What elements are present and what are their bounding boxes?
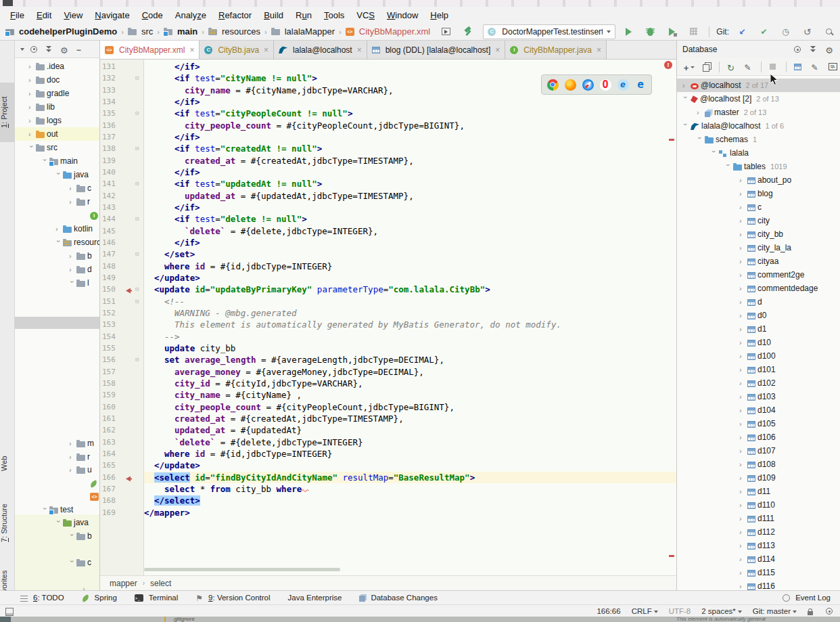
chevron-collapsed-icon[interactable]: ›: [28, 73, 36, 87]
chevron-expanded-icon[interactable]: ›: [679, 123, 693, 131]
menu-tools[interactable]: Tools: [318, 9, 350, 22]
chevron-collapsed-icon[interactable]: ›: [69, 437, 76, 450]
project-tree-item[interactable]: ›r: [15, 450, 100, 464]
chevron-collapsed-icon[interactable]: ›: [739, 417, 747, 430]
toolwindow-toggle-icon[interactable]: [5, 608, 14, 616]
table-row[interactable]: ›d11: [677, 485, 840, 498]
search-everywhere-button[interactable]: [822, 24, 837, 39]
menu-code[interactable]: Code: [136, 9, 169, 22]
table-row[interactable]: ›d108: [677, 458, 840, 471]
toolwindow-button[interactable]: [440, 24, 454, 39]
close-icon[interactable]: ×: [597, 45, 601, 55]
editor[interactable]: 131</if>132⊟<if test="cityName != null">…: [100, 60, 676, 575]
fold-marker-icon[interactable]: ⊟: [135, 354, 139, 365]
project-tree-item[interactable]: ›d: [15, 263, 100, 276]
coverage-button[interactable]: [666, 24, 680, 39]
code-line[interactable]: 168</select>: [100, 495, 676, 506]
breadcrumb-item[interactable]: codehelperPluginDemo: [5, 26, 117, 37]
gear-icon[interactable]: ⚙: [825, 45, 833, 53]
edit-button[interactable]: ✎: [811, 60, 820, 74]
chevron-collapsed-icon[interactable]: ›: [83, 582, 90, 591]
chevron-collapsed-icon[interactable]: ›: [739, 579, 747, 590]
menu-file[interactable]: File: [4, 9, 30, 22]
menu-view[interactable]: View: [57, 9, 89, 22]
breadcrumb-item[interactable]: lalalaMapper: [271, 26, 335, 37]
project-tree-item[interactable]: ›m: [15, 437, 100, 450]
project-tree-item[interactable]: ›c: [15, 556, 100, 569]
project-tree-item[interactable]: ›b: [15, 249, 100, 263]
code-line[interactable]: 166<select id="findByCityIdAndCityName" …: [100, 472, 676, 483]
git-commit-button[interactable]: ✔: [757, 24, 772, 39]
project-tree-item[interactable]: ›u: [15, 463, 100, 476]
project-tree-item[interactable]: ›c: [15, 181, 100, 195]
db-tree-item[interactable]: ›lalala@localhost1 of 6: [677, 119, 840, 133]
editor-tab[interactable]: CityBb.java×: [200, 41, 274, 59]
locate-icon[interactable]: [30, 46, 37, 53]
chevron-collapsed-icon[interactable]: ›: [28, 87, 36, 100]
add-datasource-button[interactable]: +: [684, 60, 695, 74]
refresh-button[interactable]: ↻: [727, 60, 737, 74]
chevron-collapsed-icon[interactable]: ›: [739, 336, 747, 349]
code-line[interactable]: 152WARNING - @mbg.generated: [100, 307, 676, 319]
project-tree-item[interactable]: C: [15, 489, 100, 503]
locate-icon[interactable]: [794, 46, 801, 53]
breadcrumb-item[interactable]: src: [128, 26, 153, 37]
close-icon[interactable]: ×: [357, 45, 362, 55]
project-tree-item[interactable]: ›r: [15, 195, 100, 208]
chevron-collapsed-icon[interactable]: ›: [739, 309, 747, 322]
gear-icon[interactable]: ⚙: [60, 45, 68, 53]
menu-run[interactable]: Run: [289, 9, 318, 22]
menu-edit[interactable]: Edit: [30, 9, 57, 22]
db-tree-item[interactable]: ›@localhost [2]2 of 13: [677, 92, 840, 106]
status-item[interactable]: 2 spaces*: [701, 607, 742, 615]
db-tree-item[interactable]: ›lalala: [677, 146, 840, 160]
project-tree-item[interactable]: ›resources: [15, 236, 100, 249]
chevron-collapsed-icon[interactable]: ›: [739, 363, 747, 376]
sidebar-item-project[interactable]: 1: Project: [0, 83, 15, 142]
chevron-collapsed-icon[interactable]: ›: [739, 403, 747, 417]
table-row[interactable]: ›d109: [677, 471, 840, 485]
status-item[interactable]: Git: master: [753, 607, 797, 615]
code-line[interactable]: 158city_id = #{cityId,jdbcType=VARCHAR},: [100, 378, 676, 389]
table-row[interactable]: ›d101: [677, 363, 840, 376]
collapse-all-icon[interactable]: [810, 46, 816, 53]
fold-marker-icon[interactable]: ⊟: [135, 178, 139, 190]
chevron-collapsed-icon[interactable]: ›: [739, 227, 747, 241]
menu-navigate[interactable]: Navigate: [89, 9, 135, 22]
opera-browser-icon[interactable]: O: [600, 79, 611, 91]
git-update-button[interactable]: ↙: [736, 24, 751, 39]
table-row[interactable]: ›d112: [677, 525, 840, 539]
code-line[interactable]: 169</mapper>: [100, 507, 676, 518]
rollback-button[interactable]: ↺: [801, 24, 816, 39]
project-tree-item[interactable]: ›gradle: [15, 87, 100, 100]
breadcrumb-item[interactable]: CityBbMapper.xml: [346, 26, 430, 37]
editor-tab[interactable]: lalala@localhost×: [274, 41, 367, 59]
edge-browser-icon[interactable]: e: [635, 79, 647, 91]
code-line[interactable]: 144⊟<if test="delete != null">: [100, 213, 676, 225]
table-row[interactable]: ›d0: [677, 309, 840, 322]
profiler-button[interactable]: [687, 24, 702, 39]
editor-tab[interactable]: CityBbMapper.xml×: [100, 41, 200, 59]
lock-icon[interactable]: [808, 611, 813, 615]
code-line[interactable]: 164where id = #{id,jdbcType=INTEGER}: [100, 448, 676, 460]
chevron-collapsed-icon[interactable]: ›: [739, 173, 747, 187]
close-icon[interactable]: ×: [189, 45, 194, 55]
collapse-all-icon[interactable]: [45, 46, 52, 53]
code-line[interactable]: 142updated_at = #{updatedAt,jdbcType=TIM…: [100, 190, 676, 202]
project-tree-item[interactable]: ›doc: [15, 73, 100, 87]
chevron-collapsed-icon[interactable]: ›: [739, 187, 747, 200]
status-item[interactable]: UTF-8: [669, 607, 691, 615]
hide-icon[interactable]: −: [76, 45, 81, 53]
view-options-caret[interactable]: [20, 48, 24, 53]
code-line[interactable]: 149</update>: [100, 272, 676, 284]
menu-window[interactable]: Window: [381, 9, 424, 22]
project-tree-item[interactable]: ›test: [15, 503, 100, 516]
table-row[interactable]: ›d100: [677, 349, 840, 363]
chevron-collapsed-icon[interactable]: ›: [739, 471, 747, 485]
editor-tab[interactable]: blog (DDL) [lalala@localhost]×: [367, 41, 506, 59]
duplicate-button[interactable]: [702, 60, 711, 74]
chevron-collapsed-icon[interactable]: ›: [28, 60, 36, 73]
console-button[interactable]: [828, 60, 840, 74]
project-tree-item[interactable]: ›.idea: [15, 60, 100, 73]
code-line[interactable]: 167select * from city_bb where: [100, 483, 676, 495]
